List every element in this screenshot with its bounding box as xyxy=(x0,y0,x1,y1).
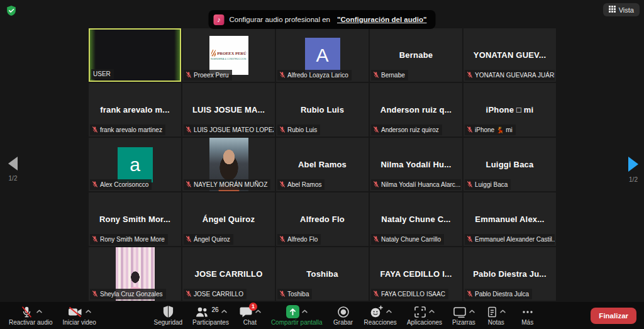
participant-tile[interactable]: Rony Smith Mor...Rony Smith More More xyxy=(89,192,181,246)
participant-tile[interactable]: Rubio LuisRubio Luis xyxy=(276,83,369,137)
chevron-up-icon[interactable] xyxy=(386,309,392,313)
view-button-label: Vista xyxy=(619,6,634,14)
record-button[interactable]: Grabar xyxy=(328,304,359,328)
participant-tile[interactable]: Anderson ruiz q...Anderson ruiz quiroz xyxy=(370,83,462,137)
participant-tile[interactable]: USER xyxy=(89,28,181,82)
page-indicator: 1/2 xyxy=(629,176,638,183)
muted-mic-icon xyxy=(373,71,379,79)
next-page-arrow-icon[interactable] xyxy=(628,157,638,172)
muted-mic-icon xyxy=(467,235,473,243)
chevron-up-icon[interactable] xyxy=(500,309,506,313)
participant-tile[interactable]: Alfredo FloAlfredo Flo xyxy=(276,192,369,246)
participant-name-tag: frank arevalo martinez xyxy=(90,125,165,135)
participant-tile[interactable]: Nilma Yodalí Hu...Nilma Yodalí Huanca Al… xyxy=(370,138,462,191)
participant-tile[interactable]: Luiggi BacaLuiggi Baca xyxy=(464,138,556,191)
chevron-up-icon[interactable] xyxy=(86,309,91,313)
chevron-up-icon[interactable] xyxy=(302,309,308,313)
participant-name-tag: FAYA CEDILLO ISAAC xyxy=(371,289,448,299)
participant-tile[interactable]: BernabeBernabe xyxy=(370,28,462,82)
notes-icon xyxy=(487,306,497,318)
reactions-button[interactable]: Reacciones xyxy=(359,304,402,328)
participant-tile[interactable]: NAYELY MORÁN MUÑOZ xyxy=(182,138,275,191)
participant-name-tag: Alex Ccorisoncco xyxy=(90,179,152,190)
grid-view-icon xyxy=(609,6,616,14)
music-note-icon: ♪ xyxy=(214,14,225,25)
video-button[interactable]: Iniciar video xyxy=(57,304,101,328)
audio-settings-link[interactable]: "Configuración del audio" xyxy=(337,16,427,23)
participant-tile[interactable]: Ángel QuirozÁngel Quiroz xyxy=(182,192,275,246)
whiteboards-button[interactable]: Pizarras xyxy=(447,304,480,328)
participant-tile[interactable]: Abel RamosAbel Ramos xyxy=(276,138,369,191)
participant-tile[interactable]: Nataly Chune C...Nataly Chune Carrillo xyxy=(370,192,462,246)
participant-name-label: Alfredo Flo xyxy=(287,236,318,243)
toolbar-button-label: Más xyxy=(521,319,533,326)
view-button[interactable]: Vista xyxy=(603,3,640,16)
logo-subtitle: INGENIERÍA & CONSTRUCCIÓN xyxy=(211,58,247,60)
muted-mic-icon xyxy=(92,290,98,298)
participant-name-label: LUIS JOSUE MATEO LOPEZ xyxy=(194,126,274,133)
participant-name-tag: YONATAN GUEVARA JUÁREZ xyxy=(465,70,555,81)
muted-mic-icon xyxy=(279,235,286,243)
finalizar-button[interactable]: Finalizar xyxy=(591,308,636,324)
participant-name-tag: iPhone 💃 mi xyxy=(465,125,516,135)
security-button[interactable]: Seguridad xyxy=(148,304,187,328)
participant-name-label: Proeex Peru xyxy=(194,72,229,79)
participant-tile[interactable]: LUIS JOSUE MA...LUIS JOSUE MATEO LOPEZ xyxy=(182,83,275,137)
participant-tile[interactable]: YONATAN GUEV...YONATAN GUEVARA JUÁREZ xyxy=(464,28,556,82)
apps-button[interactable]: Aplicaciones xyxy=(402,304,447,328)
meeting-toolbar: Reactivar audioIniciar video Seguridad26… xyxy=(0,302,644,329)
whiteboard-icon xyxy=(453,306,467,318)
participants-button[interactable]: 26Participantes xyxy=(187,304,234,328)
toolbar-center-group: Seguridad26Participantes1ChatCompartir p… xyxy=(148,304,543,328)
participant-tile[interactable]: Sheyla Cruz Gonzales xyxy=(89,247,181,301)
participant-grid: USERPROEEX PERÚINGENIERÍA & CONSTRUCCIÓN… xyxy=(89,28,556,301)
participant-name-tag: Luiggi Baca xyxy=(465,179,511,190)
next-page-button[interactable]: 1/2 xyxy=(628,157,638,183)
chevron-up-icon[interactable] xyxy=(255,309,261,313)
more-icon xyxy=(521,306,535,318)
participant-name-tag: Proeex Peru xyxy=(184,70,232,81)
participant-name-tag: JOSE CARRILLO xyxy=(184,289,247,299)
toolbar-button-label: Participantes xyxy=(192,319,229,326)
mute-button[interactable]: Reactivar audio xyxy=(4,304,57,328)
toolbar-button-label: Seguridad xyxy=(153,319,182,326)
participant-tile[interactable]: iPhone □ miiPhone 💃 mi xyxy=(464,83,556,137)
chat-button[interactable]: 1Chat xyxy=(234,304,266,328)
participant-tile[interactable]: Emmanuel Alex...Emmanuel Alexander Casti… xyxy=(464,192,556,246)
zoom-meeting-root: { "topbar": { "vista": "Vista" }, "banne… xyxy=(0,0,644,329)
participant-tile[interactable]: JOSE CARRILLOJOSE CARRILLO xyxy=(182,247,275,301)
chevron-up-icon[interactable] xyxy=(36,309,42,313)
participant-name-tag: Rony Smith More More xyxy=(90,234,168,245)
participant-name-tag: Toshiba xyxy=(277,289,312,299)
toolbar-button-label: Grabar xyxy=(333,319,353,326)
participant-tile[interactable]: aAlex Ccorisoncco xyxy=(89,138,181,191)
cam-off-icon xyxy=(67,305,83,319)
participant-tile[interactable]: ToshibaToshiba xyxy=(276,247,369,301)
participant-tile[interactable]: frank arevalo m...frank arevalo martinez xyxy=(89,83,181,137)
participant-name-label: Alex Ccorisoncco xyxy=(100,181,148,188)
muted-mic-icon xyxy=(467,126,473,133)
chevron-up-icon[interactable] xyxy=(429,309,435,313)
participant-name-tag: Emmanuel Alexander Castil... xyxy=(465,234,555,245)
chevron-up-icon[interactable] xyxy=(221,309,227,313)
share-button[interactable]: Compartir pantalla xyxy=(266,304,328,328)
participant-name-label: FAYA CEDILLO ISAAC xyxy=(381,291,445,298)
participant-name-label: Luiggi Baca xyxy=(475,181,508,188)
muted-mic-icon xyxy=(186,235,192,243)
more-button[interactable]: Más xyxy=(512,304,543,328)
participant-tile[interactable]: Pablo Diestra Ju...Pablo Diestra Julca xyxy=(464,247,556,301)
reactions-icon xyxy=(369,305,384,318)
previous-page-button[interactable]: 1/2 xyxy=(8,157,18,182)
muted-mic-icon xyxy=(279,181,286,188)
mic-off-icon xyxy=(19,305,34,319)
chevron-up-icon[interactable] xyxy=(469,309,475,313)
participant-tile[interactable]: AAlfredo Loayza Larico xyxy=(276,28,369,82)
participant-tile[interactable]: PROEEX PERÚINGENIERÍA & CONSTRUCCIÓNProe… xyxy=(182,28,275,82)
toolbar-button-label: Reacciones xyxy=(364,319,397,326)
previous-page-arrow-icon[interactable] xyxy=(8,157,18,170)
participant-name-tag: Bernabe xyxy=(371,70,408,81)
participants-count: 26 xyxy=(211,306,218,313)
notes-button[interactable]: Notas xyxy=(480,304,512,328)
participant-tile[interactable]: FAYA CEDILLO I...FAYA CEDILLO ISAAC xyxy=(370,247,462,301)
muted-mic-icon xyxy=(467,181,473,188)
